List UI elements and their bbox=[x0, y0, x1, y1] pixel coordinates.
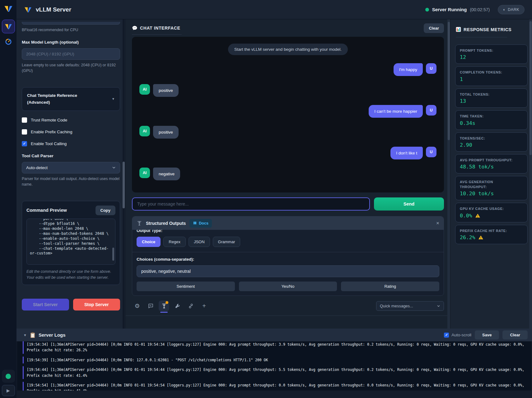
vllm-logo-icon bbox=[4, 22, 12, 31]
config-scrollbar[interactable] bbox=[123, 19, 125, 329]
metric-value: 13 bbox=[460, 98, 523, 104]
trust-remote-code-checkbox[interactable] bbox=[22, 117, 27, 123]
clipboard-icon bbox=[30, 332, 35, 338]
comment-button[interactable] bbox=[145, 301, 156, 311]
metric-card-avg-generation-throughput: AVG GENERATION THROUGHPUT: 10.20 tok/s bbox=[455, 176, 528, 200]
chat-message-ai: AI positive bbox=[139, 126, 436, 139]
system-notice: Start the vLLM server and begin chatting… bbox=[228, 44, 348, 55]
chevron-down-icon bbox=[112, 166, 116, 169]
structured-outputs-toggle-button[interactable] bbox=[159, 301, 169, 311]
output-type-choice-button[interactable]: Choice bbox=[137, 237, 161, 247]
app-window: ▶ vLLM Server Server Running (00:02:57) … bbox=[0, 0, 532, 398]
command-preview-editor[interactable]: --port 8000 \ --dtype bfloat16 \ --max-m… bbox=[26, 219, 115, 265]
server-logs-output[interactable]: [19:54:34] [1;36m(APIServer pid=34464) [… bbox=[17, 341, 531, 391]
triangle-down-icon[interactable]: ▼ bbox=[23, 333, 27, 337]
start-server-button[interactable]: Start Server bbox=[22, 299, 69, 310]
chat-scrollbar-thumb[interactable] bbox=[448, 22, 450, 140]
play-icon: ▶ bbox=[7, 388, 10, 393]
status-indicator-tile bbox=[2, 370, 15, 383]
metric-value: 2.90 bbox=[460, 142, 523, 148]
metrics-scrollbar[interactable] bbox=[529, 19, 532, 329]
logs-save-button[interactable]: Save bbox=[475, 330, 499, 339]
sidebar-item-vllm-workspace[interactable] bbox=[2, 20, 15, 33]
stop-server-button[interactable]: Stop Server bbox=[73, 299, 120, 310]
quick-messages-placeholder: Quick messages... bbox=[380, 304, 413, 308]
docs-button-label: Docs bbox=[199, 221, 208, 225]
link-button[interactable] bbox=[185, 301, 196, 311]
server-logs-title: Server Logs bbox=[39, 332, 66, 338]
preset-rating-button[interactable]: Rating bbox=[341, 282, 439, 291]
metrics-scrollbar-thumb[interactable] bbox=[530, 21, 532, 155]
dtype-hint: BFloat16 recommended for CPU bbox=[22, 27, 120, 33]
chat-template-reference-toggle[interactable]: Chat Template Reference (Advanced) ▼ bbox=[22, 87, 120, 111]
metric-card-prefix-cache-hit-rate: PREFIX CACHE HIT RATE: 26.2% bbox=[455, 225, 528, 244]
choices-label: Choices (comma-separated): bbox=[137, 257, 439, 262]
sidebar-item-gauge[interactable] bbox=[5, 38, 12, 45]
metric-value: 48.58 tok/s bbox=[460, 164, 523, 170]
output-type-regex-button[interactable]: Regex bbox=[163, 237, 186, 247]
server-config-panel: BFloat16 recommended for CPU Max Model L… bbox=[16, 19, 125, 329]
autoscroll-checkbox[interactable]: ✓ bbox=[444, 333, 449, 338]
tool-call-parser-select[interactable]: Auto-detect bbox=[22, 162, 120, 173]
autoscroll-row[interactable]: ✓ Auto-scroll bbox=[444, 333, 471, 338]
app-title: vLLM Server bbox=[36, 6, 71, 13]
user-avatar: U bbox=[426, 105, 436, 116]
metric-label: COMPLETION TOKENS: bbox=[460, 70, 523, 75]
server-logs-panel: ▼ Server Logs ✓ Auto-scroll Save Clear [… bbox=[16, 329, 532, 398]
logs-footer-strip bbox=[16, 391, 532, 398]
warning-icon bbox=[478, 235, 483, 240]
vllm-logo-icon bbox=[24, 6, 32, 14]
log-entry: [19:54:44] [1;36m(APIServer pid=34464) [… bbox=[23, 366, 526, 379]
tools-button[interactable] bbox=[172, 301, 183, 311]
copy-button[interactable]: Copy bbox=[96, 206, 116, 215]
expand-panel-button[interactable]: ▶ bbox=[2, 385, 15, 396]
enable-tool-calling-row[interactable]: ✓ Enable Tool Calling bbox=[22, 141, 120, 146]
theme-toggle-button[interactable]: ◐ DARK bbox=[498, 5, 525, 14]
half-moon-icon: ◐ bbox=[503, 7, 506, 12]
server-uptime: (00:02:57) bbox=[470, 7, 490, 12]
max-model-length-help: Leave empty to use safe defaults: 2048 (… bbox=[22, 62, 120, 73]
top-bar: vLLM Server Server Running (00:02:57) ◐ … bbox=[16, 0, 532, 19]
chat-clear-button[interactable]: Clear bbox=[424, 23, 444, 33]
output-type-grammar-button[interactable]: Grammar bbox=[213, 237, 240, 247]
metric-value: 0.34s bbox=[460, 120, 523, 126]
enable-tool-calling-checkbox[interactable]: ✓ bbox=[22, 141, 27, 146]
divider bbox=[126, 315, 450, 316]
chat-message-ai: AI negative bbox=[139, 168, 436, 180]
preset-sentiment-button[interactable]: Sentiment bbox=[137, 282, 235, 291]
max-model-length-input[interactable] bbox=[22, 48, 120, 60]
notification-badge bbox=[166, 301, 168, 304]
add-button[interactable]: + bbox=[199, 301, 209, 311]
enable-prefix-caching-row[interactable]: Enable Prefix Caching bbox=[22, 129, 120, 135]
command-scrollbar-thumb[interactable] bbox=[112, 248, 114, 261]
server-status-label: Server Running bbox=[432, 7, 467, 12]
enable-prefix-caching-checkbox[interactable] bbox=[22, 129, 27, 135]
send-button[interactable]: Send bbox=[374, 197, 444, 211]
dtype-select-clipped[interactable] bbox=[22, 22, 120, 25]
preset-yesno-button[interactable]: Yes/No bbox=[239, 282, 337, 291]
command-preview-title: Command Preview bbox=[26, 208, 67, 213]
config-scrollbar-thumb[interactable] bbox=[123, 162, 125, 208]
metric-value: 10.20 tok/s bbox=[460, 191, 523, 197]
logs-clear-button[interactable]: Clear bbox=[502, 330, 528, 339]
output-type-json-button[interactable]: JSON bbox=[189, 237, 210, 247]
metric-value: 12 bbox=[460, 54, 523, 60]
ai-avatar: AI bbox=[139, 84, 150, 95]
close-icon[interactable]: × bbox=[436, 220, 439, 226]
divider bbox=[132, 252, 444, 252]
choices-input[interactable] bbox=[137, 265, 439, 277]
chat-message-input[interactable] bbox=[132, 197, 370, 211]
wrench-icon bbox=[175, 303, 180, 309]
chat-scrollbar[interactable] bbox=[447, 19, 450, 329]
log-entry: [19:54:34] [1;36m(APIServer pid=34464) [… bbox=[23, 341, 526, 354]
user-message-bubble: I can't be more happier bbox=[369, 105, 423, 118]
quick-messages-select[interactable]: Quick messages... bbox=[376, 301, 444, 311]
docs-button[interactable]: Docs bbox=[189, 219, 212, 228]
chat-toolbar: ⚙ + Quick mess bbox=[132, 301, 444, 311]
settings-button[interactable]: ⚙ bbox=[132, 301, 142, 311]
chat-interface-title: CHAT INTERFACE bbox=[140, 26, 180, 31]
structured-output-icon bbox=[137, 220, 142, 226]
comment-icon bbox=[148, 303, 154, 309]
trust-remote-code-row[interactable]: Trust Remote Code bbox=[22, 117, 120, 123]
metric-label: GPU KV CACHE USAGE: bbox=[460, 206, 523, 211]
